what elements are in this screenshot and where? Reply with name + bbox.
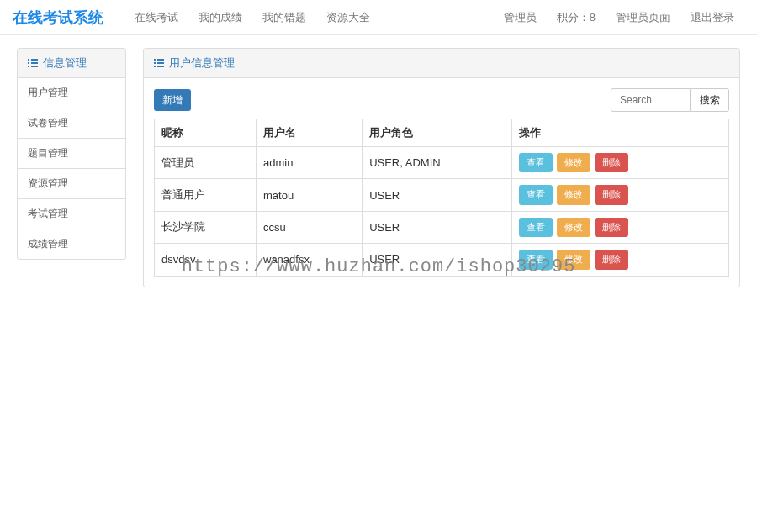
list-icon	[28, 59, 38, 67]
cell-role: USER	[363, 211, 512, 243]
th-action: 操作	[512, 119, 729, 147]
th-username: 用户名	[257, 119, 363, 147]
list-icon	[154, 59, 164, 67]
edit-button[interactable]: 修改	[557, 185, 590, 204]
nav-points: 积分：8	[547, 0, 606, 35]
cell-username: admin	[257, 147, 363, 179]
user-table: 昵称 用户名 用户角色 操作 管理员adminUSER, ADMIN查看修改删除…	[154, 119, 729, 277]
edit-button[interactable]: 修改	[557, 153, 590, 172]
table-row: 普通用户matouUSER查看修改删除	[155, 179, 729, 211]
table-row: dsvdsvwanadfsxUSER查看修改删除	[155, 244, 729, 276]
edit-button[interactable]: 修改	[557, 250, 590, 269]
brand-logo[interactable]: 在线考试系统	[13, 8, 103, 28]
nav-admin-page[interactable]: 管理员页面	[606, 0, 680, 35]
nav-left-group: 在线考试 我的成绩 我的错题 资源大全	[124, 0, 494, 35]
sidebar: 信息管理 用户管理试卷管理题目管理资源管理考试管理成绩管理	[17, 48, 126, 287]
delete-button[interactable]: 删除	[595, 185, 628, 204]
nav-exam[interactable]: 在线考试	[124, 0, 188, 35]
table-row: 管理员adminUSER, ADMIN查看修改删除	[155, 147, 729, 179]
sidebar-heading: 信息管理	[18, 49, 125, 78]
sidebar-item-3[interactable]: 资源管理	[18, 169, 125, 198]
main-panel-title: 用户信息管理	[169, 55, 235, 71]
search-input[interactable]	[611, 88, 691, 112]
cell-actions: 查看修改删除	[512, 147, 729, 179]
sidebar-item-4[interactable]: 考试管理	[18, 199, 125, 229]
nav-scores[interactable]: 我的成绩	[188, 0, 252, 35]
delete-button[interactable]: 删除	[595, 250, 628, 269]
top-navbar: 在线考试系统 在线考试 我的成绩 我的错题 资源大全 管理员 积分：8 管理员页…	[0, 0, 757, 35]
nav-mistakes[interactable]: 我的错题	[252, 0, 316, 35]
cell-username: ccsu	[257, 211, 363, 243]
th-role: 用户角色	[363, 119, 512, 147]
cell-role: USER, ADMIN	[363, 147, 512, 179]
cell-actions: 查看修改删除	[512, 244, 729, 276]
main-panel-heading: 用户信息管理	[144, 49, 739, 78]
nav-right-group: 管理员 积分：8 管理员页面 退出登录	[494, 0, 744, 35]
view-button[interactable]: 查看	[519, 185, 553, 204]
sidebar-title: 信息管理	[43, 55, 87, 71]
cell-nickname: 普通用户	[155, 179, 257, 211]
nav-username: 管理员	[494, 0, 547, 35]
cell-username: matou	[257, 179, 363, 211]
sidebar-item-0[interactable]: 用户管理	[18, 78, 125, 108]
cell-actions: 查看修改删除	[512, 211, 729, 243]
nav-logout[interactable]: 退出登录	[680, 0, 744, 35]
sidebar-item-5[interactable]: 成绩管理	[18, 229, 125, 259]
view-button[interactable]: 查看	[519, 153, 553, 172]
cell-actions: 查看修改删除	[512, 179, 729, 211]
search-button[interactable]: 搜索	[691, 88, 729, 112]
cell-nickname: 管理员	[155, 147, 257, 179]
nav-resources[interactable]: 资源大全	[316, 0, 380, 35]
cell-role: USER	[363, 244, 512, 276]
search-group: 搜索	[611, 88, 729, 112]
cell-nickname: 长沙学院	[155, 211, 257, 243]
cell-nickname: dsvdsv	[155, 244, 257, 276]
delete-button[interactable]: 删除	[595, 218, 628, 237]
add-button[interactable]: 新增	[154, 89, 191, 112]
cell-username: wanadfsx	[257, 244, 363, 276]
table-row: 长沙学院ccsuUSER查看修改删除	[155, 211, 729, 243]
main-content: 用户信息管理 新增 搜索 昵称 用户名 用户角色	[143, 48, 740, 287]
th-nickname: 昵称	[155, 119, 257, 147]
view-button[interactable]: 查看	[519, 218, 553, 237]
sidebar-item-1[interactable]: 试卷管理	[18, 108, 125, 138]
view-button[interactable]: 查看	[519, 250, 553, 269]
sidebar-item-2[interactable]: 题目管理	[18, 139, 125, 168]
cell-role: USER	[363, 179, 512, 211]
delete-button[interactable]: 删除	[595, 153, 628, 172]
edit-button[interactable]: 修改	[557, 218, 590, 237]
